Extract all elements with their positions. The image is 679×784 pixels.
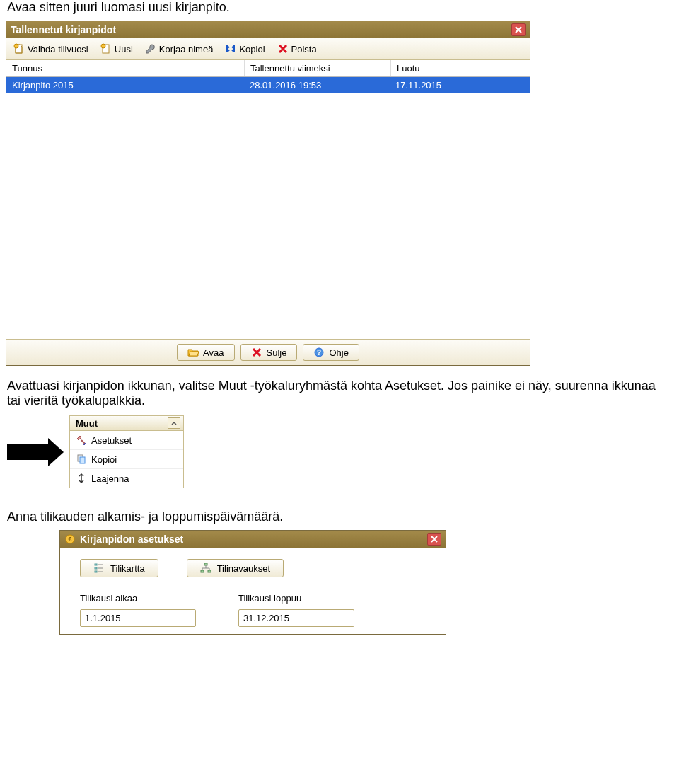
saved-bookkeepings-dialog: Tallennetut kirjanpidot Vaihda tilivuosi… (6, 21, 530, 366)
svg-rect-15 (208, 570, 211, 572)
svg-rect-12 (95, 571, 97, 572)
start-date-input[interactable] (80, 609, 196, 627)
copy-icon (76, 454, 87, 465)
start-date-field: Tilikausi alkaa (80, 593, 196, 627)
button-label: Kopioi (239, 44, 265, 54)
dialog-titlebar: Tallennetut kirjanpidot (6, 21, 530, 38)
dialog-footer: Avaa Sulje ? Ohje (6, 339, 530, 365)
dialog-titlebar: € Kirjanpidon asetukset (60, 531, 446, 548)
new-button[interactable]: Uusi (96, 40, 139, 57)
arrow-indicator-icon (7, 444, 48, 460)
document-new-icon (13, 43, 25, 54)
expand-arrows-icon (76, 473, 87, 484)
menu-item-label: Laajenna (91, 473, 129, 484)
tilikartta-button[interactable]: Tilikartta (80, 559, 158, 577)
bookkeeping-settings-dialog: € Kirjanpidon asetukset Tilikartta Tilin… (59, 530, 446, 635)
end-date-input[interactable] (238, 609, 354, 627)
field-label: Tilikausi alkaa (80, 593, 196, 604)
menu-item-laajenna[interactable]: Laajenna (70, 469, 183, 488)
muut-illustration: Muut Asetukset Kopioi Laajenna (7, 415, 679, 488)
instruction-paragraph-1: Avaa sitten juuri luomasi uusi kirjanpit… (7, 0, 672, 15)
cell-luotu: 17.11.2015 (390, 77, 507, 93)
button-label: Avaa (203, 347, 224, 358)
copy-button[interactable]: Kopioi (221, 40, 271, 57)
wrench-icon (145, 43, 156, 54)
svg-point-1 (14, 44, 18, 48)
cell-tallennettu: 28.01.2016 19:53 (244, 77, 390, 93)
tilinavaukset-button[interactable]: Tilinavaukset (187, 559, 284, 577)
cancel-x-icon (251, 347, 262, 358)
close-button[interactable] (511, 23, 526, 36)
table-row[interactable]: Kirjanpito 2015 28.01.2016 19:53 17.11.2… (6, 77, 530, 93)
euro-icon: € (64, 534, 76, 545)
open-button[interactable]: Avaa (177, 344, 234, 361)
button-label: Ohje (329, 347, 348, 358)
dialog-toolbar: Vaihda tilivuosi Uusi Korjaa nimeä Kopio… (6, 38, 530, 60)
change-year-button[interactable]: Vaihda tilivuosi (9, 40, 95, 57)
button-label: Tilinavaukset (217, 563, 270, 574)
muut-header[interactable]: Muut (70, 416, 183, 431)
instruction-paragraph-3: Anna tilikauden alkamis- ja loppumispäiv… (7, 509, 672, 524)
document-new-icon (100, 43, 112, 54)
chevron-up-icon (171, 421, 177, 425)
button-label: Tilikartta (110, 563, 145, 574)
muut-dropdown: Muut Asetukset Kopioi Laajenna (69, 415, 184, 488)
settings-button-row: Tilikartta Tilinavaukset (80, 559, 436, 577)
svg-rect-7 (80, 457, 85, 463)
menu-item-kopioi[interactable]: Kopioi (70, 450, 183, 469)
menu-item-asetukset[interactable]: Asetukset (70, 431, 183, 450)
close-icon (431, 536, 438, 543)
button-label: Korjaa nimeä (159, 44, 214, 54)
dialog-title: Tallennetut kirjanpidot (11, 24, 116, 35)
cell-tunnus: Kirjanpito 2015 (6, 77, 244, 93)
date-field-row: Tilikausi alkaa Tilikausi loppuu (80, 593, 436, 627)
button-label: Poista (291, 44, 317, 54)
list-tree-icon (93, 563, 105, 574)
svg-text:€: € (68, 536, 71, 543)
rename-button[interactable]: Korjaa nimeä (141, 40, 220, 57)
help-button[interactable]: ? Ohje (303, 344, 359, 361)
button-label: Uusi (115, 44, 133, 54)
settings-wrench-icon (76, 434, 87, 446)
col-header-tunnus[interactable]: Tunnus (6, 60, 245, 76)
menu-item-label: Kopioi (91, 454, 117, 465)
col-header-luotu[interactable]: Luotu (391, 60, 509, 76)
svg-text:?: ? (317, 349, 321, 357)
table-header: Tunnus Tallennettu viimeksi Luotu (6, 60, 530, 77)
dialog-body: Tilikartta Tilinavaukset Tilikausi alkaa… (60, 548, 446, 634)
button-label: Vaihda tilivuosi (28, 44, 88, 54)
menu-item-label: Asetukset (91, 435, 132, 446)
field-label: Tilikausi loppuu (238, 593, 354, 604)
instruction-paragraph-2: Avattuasi kirjanpidon ikkunan, valitse M… (7, 379, 672, 408)
close-icon (515, 26, 522, 33)
table-body: Kirjanpito 2015 28.01.2016 19:53 17.11.2… (6, 77, 530, 339)
delete-x-icon (277, 43, 289, 54)
end-date-field: Tilikausi loppuu (238, 593, 354, 627)
col-header-tallennettu[interactable]: Tallennettu viimeksi (245, 60, 391, 76)
svg-rect-14 (201, 570, 204, 572)
close-button[interactable] (427, 533, 441, 546)
expand-button[interactable] (168, 417, 180, 429)
svg-point-3 (101, 44, 105, 48)
close-dialog-button[interactable]: Sulje (240, 344, 298, 361)
svg-rect-13 (204, 563, 207, 565)
help-icon: ? (313, 347, 325, 358)
copy-arrows-icon (225, 43, 236, 54)
button-label: Sulje (267, 347, 287, 358)
folder-open-icon (187, 347, 199, 358)
org-chart-icon (200, 563, 211, 574)
dialog-title: Kirjanpidon asetukset (80, 534, 183, 545)
svg-rect-11 (95, 567, 97, 569)
svg-rect-10 (95, 564, 97, 565)
muut-title: Muut (76, 418, 98, 429)
delete-button[interactable]: Poista (273, 40, 323, 57)
